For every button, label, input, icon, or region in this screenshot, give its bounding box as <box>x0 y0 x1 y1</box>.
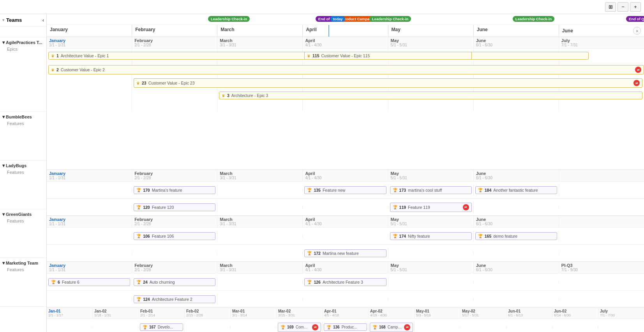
epic-115-card[interactable]: ♛ 115 Customer Value - Epic 115 <box>304 52 472 60</box>
nav-next-button[interactable]: › <box>633 27 641 35</box>
chevron-down-icon[interactable]: ▾ <box>2 18 5 23</box>
mkt-team-name: Marketing Team <box>6 261 38 265</box>
nav-prev-button[interactable]: ‹ <box>42 18 44 23</box>
gg-period-headers: January 1/1 - 1/31 February 2/1 - 2/28 M… <box>47 262 644 274</box>
trophy-icon-124: 🏆 <box>136 297 141 301</box>
agile-section: January 1/1 - 1/31 February 2/1 - 2/28 M… <box>47 37 644 170</box>
zoom-in-button[interactable]: + <box>630 2 641 12</box>
sidebar-team-ladybugs[interactable]: ▾ LadyBugs <box>0 161 46 169</box>
agile-rows-spacer <box>0 54 46 111</box>
ladybugs-section: January 1/1 - 1/31 February 2/1 - 2/28 M… <box>47 216 644 262</box>
sidebar-team-marketing[interactable]: ▾ Marketing Team <box>0 258 46 267</box>
month-header-may: May <box>388 25 474 37</box>
feature-169[interactable]: 🏆 169 Communica... ⇄ <box>278 323 321 332</box>
link-icon-23: ⇄ <box>633 80 640 86</box>
trophy-icon-119: 🏆 <box>393 205 397 209</box>
month-header-jul: June › <box>559 25 644 37</box>
milestone-leadership-checkin-1: Leadership Check-in <box>208 16 250 22</box>
feature-124[interactable]: 🏆 124 Architecture Feature 2 <box>134 295 215 303</box>
bb-team-name: BumbleBees <box>6 115 32 119</box>
crown-icon-1: ♛ <box>51 54 55 58</box>
agile-team-name: AgilePractices T... <box>6 40 42 45</box>
month-header-feb: February <box>132 25 217 37</box>
feature-135[interactable]: 🏆 135 Feature new <box>304 186 386 194</box>
bb-rows-spacer <box>0 128 46 160</box>
feature-170[interactable]: 🏆 170 Martina's feature <box>134 186 215 194</box>
feature-119[interactable]: 🏆 119 Feature 119 ⇄ <box>390 203 472 212</box>
grid-view-button[interactable]: ⊞ <box>605 2 616 12</box>
trophy-icon-165: 🏆 <box>478 234 483 238</box>
lb-row-2: 🏆 172 Martina new feature <box>47 245 644 262</box>
feature-120[interactable]: 🏆 120 Feature 120 <box>134 203 215 211</box>
epic-2-card[interactable]: ♛ 2 Customer Value - Epic 2 ⇄ <box>48 65 644 74</box>
feature-126[interactable]: 🏆 126 Architecture Feature 3 <box>304 278 386 286</box>
sidebar: ▾ Teams ‹ ▾ AgilePractices T... Epics ▾ <box>0 14 47 332</box>
today-vertical-line <box>328 25 329 37</box>
link-icon-169: ⇄ <box>312 324 318 330</box>
agile-jan-header: January 1/1 - 1/31 <box>47 37 132 48</box>
sidebar-section-marketing: ▾ Marketing Team Features <box>0 258 46 307</box>
trophy-icon-168: 🏆 <box>372 325 377 329</box>
month-header-jun: June <box>474 25 559 37</box>
bumblebees-section: January 1/1 - 1/31 February 2/1 - 2/28 M… <box>47 170 644 216</box>
agile-may-header: May 5/1 - 5/31 <box>388 37 474 48</box>
today-badge: today <box>330 16 345 22</box>
agile-apr-header: April 4/1 - 4/30 <box>303 37 388 48</box>
app-container: ⊞ − + ▾ Teams ‹ ▾ AgilePractices T... Ep… <box>0 0 644 332</box>
agile-feb-header: February 2/1 - 2/28 <box>132 37 217 48</box>
agile-jun-header: June 6/1 - 6/30 <box>474 37 559 48</box>
bb-row-1: 🏆 170 Martina's feature 🏆 135 Feature ne… <box>47 182 644 199</box>
marketing-section: Jan-01 1/1 - 1/17 Jan-02 1/18 - 1/31 Feb… <box>47 308 644 332</box>
milestone-leadership-checkin-3: Leadership Check-in <box>513 16 554 22</box>
feature-168[interactable]: 🏆 168 Campa... ⇄ <box>370 323 413 332</box>
gg-team-name: GreenGiants <box>6 212 32 217</box>
crown-icon-3: ♛ <box>222 94 225 98</box>
mkt-rows-spacer <box>0 274 46 306</box>
agile-period-headers: January 1/1 - 1/31 February 2/1 - 2/28 M… <box>47 37 644 49</box>
epic-23-card[interactable]: ♛ 23 Customer Value - Epic 23 ⇄ <box>134 78 642 88</box>
crown-icon-115: ♛ <box>307 54 311 58</box>
month-headers: January February March April May June Ju… <box>47 25 644 37</box>
sidebar-team-greengiants[interactable]: ▾ GreenGiants <box>0 209 46 218</box>
trophy-icon-24: 🏆 <box>136 280 141 284</box>
agile-jul-header: July 7/1 - 7/31 <box>559 37 644 48</box>
trophy-icon-120: 🏆 <box>136 205 141 209</box>
feature-173[interactable]: 🏆 173 martina's cool stuff <box>390 186 472 194</box>
sidebar-team-bumblebees[interactable]: ▾ BumbleBees <box>0 112 46 120</box>
feature-24[interactable]: 🏆 24 Auto churning <box>134 278 215 286</box>
feature-184[interactable]: 🏆 184 Another fantastic feature <box>475 186 557 194</box>
trophy-icon-174: 🏆 <box>393 234 397 238</box>
trophy-icon-169: 🏆 <box>281 325 285 329</box>
gg-row-2: 🏆 124 Architecture Feature 2 <box>47 291 644 308</box>
trophy-icon-6: 🏆 <box>51 280 56 284</box>
zoom-out-button[interactable]: − <box>618 2 628 12</box>
bb-row-2: 🏆 120 Feature 120 🏆 119 Feature 119 ⇄ <box>47 199 644 216</box>
epic-3-card[interactable]: ♛ 3 Architecture - Epic 3 <box>219 92 642 99</box>
sidebar-section-ladybugs: ▾ LadyBugs Features <box>0 161 46 209</box>
trophy-icon-167: 🏆 <box>143 325 147 329</box>
month-header-jan: January <box>47 25 132 37</box>
mkt-row-1: 🏆 167 Develo... 🏆 169 Communica... ⇄ <box>47 319 644 332</box>
agile-mar-header: March 3/1 - 3/31 <box>217 37 303 48</box>
month-header-apr: April <box>303 25 388 37</box>
lb-team-name: LadyBugs <box>6 163 26 168</box>
feature-172[interactable]: 🏆 172 Martina new feature <box>304 249 386 257</box>
sidebar-team-agile[interactable]: ▾ AgilePractices T... <box>0 37 46 46</box>
feature-167[interactable]: 🏆 167 Develo... <box>140 323 183 331</box>
milestones-row: Leadership Check-in End of Quarter Produ… <box>47 14 644 25</box>
bb-period-headers: January 1/1 - 1/31 February 2/1 - 2/28 M… <box>47 170 644 182</box>
month-header-mar: March <box>217 25 303 37</box>
trophy-icon-135: 🏆 <box>307 188 312 192</box>
feature-174[interactable]: 🏆 174 Nifty feature <box>390 232 472 240</box>
feature-106[interactable]: 🏆 106 Feature 106 <box>134 232 215 240</box>
trophy-icon-173: 🏆 <box>393 188 397 192</box>
mkt-sub-label: Features <box>0 267 46 274</box>
feature-136[interactable]: 🏆 136 Produc... <box>324 323 367 331</box>
sidebar-section-greengiants: ▾ GreenGiants Features <box>0 209 46 258</box>
feature-165[interactable]: 🏆 165 demo feature <box>475 232 557 240</box>
crown-icon-2: ♛ <box>51 68 55 72</box>
greengiants-section: January 1/1 - 1/31 February 2/1 - 2/28 M… <box>47 262 644 308</box>
feature-6[interactable]: 🏆 6 Feature 6 <box>48 278 130 286</box>
trophy-icon-106: 🏆 <box>136 234 141 238</box>
milestone-leadership-checkin-2: Leadership Check-in <box>369 16 411 22</box>
